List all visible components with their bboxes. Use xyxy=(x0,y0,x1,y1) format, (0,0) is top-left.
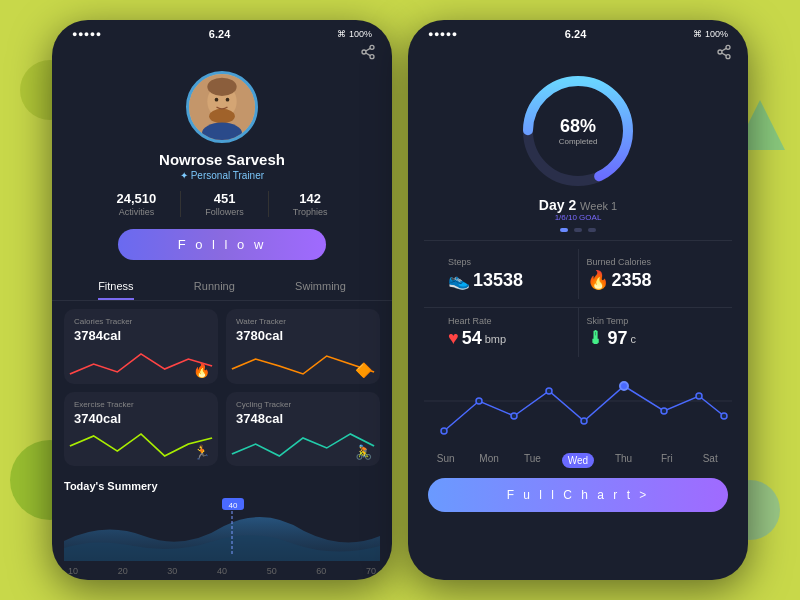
cycling-tracker-card: Cycling Tracker 3748cal 🚴 xyxy=(226,392,380,467)
day-thu[interactable]: Thu xyxy=(610,453,638,468)
water-icon: 🔶 xyxy=(355,362,372,378)
svg-line-4 xyxy=(366,48,371,51)
svg-point-1 xyxy=(362,50,366,54)
tabs-row: Fitness Running Swimming xyxy=(52,270,392,301)
svg-line-18 xyxy=(722,53,727,56)
skin-temp-value: 🌡 97 c xyxy=(587,328,709,349)
svg-point-26 xyxy=(546,388,552,394)
tab-swimming[interactable]: Swimming xyxy=(295,280,346,300)
svg-line-3 xyxy=(366,53,371,56)
day-wed[interactable]: Wed xyxy=(562,453,594,468)
day-tue[interactable]: Tue xyxy=(518,453,546,468)
summary-title: Today's Summery xyxy=(64,480,380,492)
time-right: 6.24 xyxy=(565,28,586,40)
svg-point-8 xyxy=(209,109,235,124)
summary-section: Today's Summery xyxy=(52,474,392,580)
profile-title: ✦ Personal Trainer xyxy=(180,170,264,181)
signal-left: ●●●●● xyxy=(72,29,102,39)
x-label-20: 20 xyxy=(118,566,128,576)
dot-3 xyxy=(588,228,596,232)
stat-activities: 24,510 Activities xyxy=(117,191,157,217)
progress-text: 68% Completed xyxy=(559,116,598,146)
x-label-60: 60 xyxy=(316,566,326,576)
activities-value: 24,510 xyxy=(117,191,157,206)
heart-rate-metric: Heart Rate ♥ 54 bmp xyxy=(440,308,578,357)
svg-point-30 xyxy=(696,393,702,399)
tab-running[interactable]: Running xyxy=(194,280,235,300)
temp-icon: 🌡 xyxy=(587,328,605,349)
activities-label: Activities xyxy=(119,207,155,217)
line-chart-section xyxy=(408,357,748,449)
progress-label: Completed xyxy=(559,137,598,146)
day-mon[interactable]: Mon xyxy=(475,453,503,468)
steps-icon: 👟 xyxy=(448,269,470,291)
svg-point-7 xyxy=(207,78,236,96)
water-tracker-value: 3780cal xyxy=(236,328,370,343)
svg-point-0 xyxy=(370,45,374,49)
exercise-tracker-title: Exercise Tracker xyxy=(74,400,208,409)
svg-point-31 xyxy=(721,413,727,419)
exercise-icon: 🏃 xyxy=(193,444,210,460)
calories-tracker-title: Calories Tracker xyxy=(74,317,208,326)
tracker-grid: Calories Tracker 3784cal 🔥 Water Tracker… xyxy=(52,301,392,474)
dots-row xyxy=(560,228,596,232)
svg-point-16 xyxy=(718,50,722,54)
exercise-tracker-value: 3740cal xyxy=(74,411,208,426)
calories-tracker-value: 3784cal xyxy=(74,328,208,343)
circular-progress: 68% Completed xyxy=(518,71,638,191)
full-chart-button[interactable]: F u l l C h a r t > xyxy=(428,478,728,512)
heart-rate-value: ♥ 54 bmp xyxy=(448,328,570,349)
skin-temp-label: Skin Temp xyxy=(587,316,709,326)
x-label-50: 50 xyxy=(267,566,277,576)
svg-point-9 xyxy=(215,98,219,102)
dot-1 xyxy=(560,228,568,232)
day-sat[interactable]: Sat xyxy=(696,453,724,468)
metrics-top-row: Steps 👟 13538 Burned Calories 🔥 2358 xyxy=(424,240,732,307)
dot-2 xyxy=(574,228,582,232)
x-axis: 10 20 30 40 50 60 70 xyxy=(64,566,380,576)
svg-point-17 xyxy=(726,55,730,59)
status-bar-left: ●●●●● 6.24 ⌘ 100% xyxy=(52,20,392,44)
skin-temp-metric: Skin Temp 🌡 97 c xyxy=(579,308,717,357)
follow-button[interactable]: F o l l o w xyxy=(118,229,327,260)
heart-icon: ♥ xyxy=(448,328,459,349)
water-tracker-card: Water Tracker 3780cal 🔶 xyxy=(226,309,380,384)
share-icon-left[interactable] xyxy=(360,44,376,63)
stats-row: 24,510 Activities 451 Followers 142 Trop… xyxy=(52,191,392,217)
day-fri[interactable]: Fri xyxy=(653,453,681,468)
right-phone: ●●●●● 6.24 ⌘ 100% xyxy=(408,20,748,580)
battery-left: ⌘ 100% xyxy=(337,29,372,39)
x-label-10: 10 xyxy=(68,566,78,576)
svg-line-19 xyxy=(722,48,727,51)
svg-point-24 xyxy=(476,398,482,404)
tab-fitness[interactable]: Fitness xyxy=(98,280,133,300)
x-label-70: 70 xyxy=(366,566,376,576)
steps-value: 👟 13538 xyxy=(448,269,570,291)
trophies-label: Trophies xyxy=(293,207,328,217)
followers-value: 451 xyxy=(214,191,236,206)
calories-label: Burned Calories xyxy=(587,257,709,267)
day-sun[interactable]: Sun xyxy=(432,453,460,468)
steps-metric: Steps 👟 13538 xyxy=(440,249,578,299)
trophies-value: 142 xyxy=(299,191,321,206)
share-icon-right[interactable] xyxy=(716,44,732,63)
avatar xyxy=(186,71,258,143)
day-info: Day 2 Week 1 1/6/10 GOAL xyxy=(539,197,617,222)
svg-point-29 xyxy=(661,408,667,414)
svg-point-10 xyxy=(226,98,230,102)
stat-followers: 451 Followers xyxy=(205,191,244,217)
heart-rate-label: Heart Rate xyxy=(448,316,570,326)
steps-label: Steps xyxy=(448,257,570,267)
svg-text:40: 40 xyxy=(229,501,238,510)
stat-trophies: 142 Trophies xyxy=(293,191,328,217)
metrics-bottom-row: Heart Rate ♥ 54 bmp Skin Temp 🌡 97 c xyxy=(424,307,732,357)
day-main: Day 2 Week 1 xyxy=(539,197,617,213)
calories-burned-value: 🔥 2358 xyxy=(587,269,709,291)
svg-point-27 xyxy=(581,418,587,424)
status-bar-right: ●●●●● 6.24 ⌘ 100% xyxy=(408,20,748,44)
calories-icon: 🔥 xyxy=(193,362,210,378)
signal-right: ●●●●● xyxy=(428,29,458,39)
profile-name: Nowrose Sarvesh xyxy=(159,151,285,168)
svg-point-25 xyxy=(511,413,517,419)
cycling-tracker-title: Cycling Tracker xyxy=(236,400,370,409)
